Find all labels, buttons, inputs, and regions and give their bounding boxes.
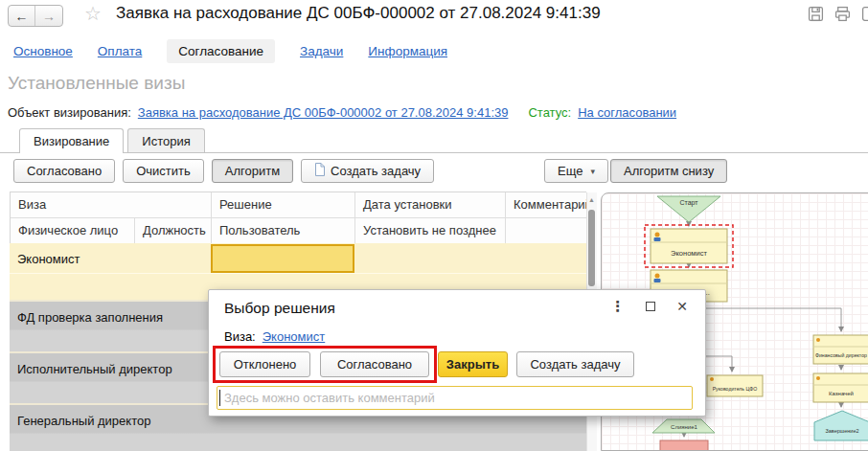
svg-text:Экономист: Экономист <box>671 249 707 258</box>
person-icon <box>710 377 714 381</box>
dialog-maximize-icon[interactable] <box>646 302 655 311</box>
print-icon[interactable] <box>834 6 851 22</box>
section-nav: Основное Оплата Согласование Задачи Инфо… <box>13 38 447 63</box>
algorithm-below-button[interactable]: Алгоритм снизу <box>610 159 727 183</box>
col-user: Пользователь <box>212 218 355 244</box>
flow-node-treasurer[interactable]: Казначей <box>813 373 868 402</box>
flow-node-merge[interactable]: Слияние1 <box>652 419 715 433</box>
scrollbar-thumb[interactable] <box>588 210 595 286</box>
svg-text:Слияние1: Слияние1 <box>671 424 697 430</box>
decision-dialog: Выбор решения ⋮ ✕ Виза: Экономист Отклон… <box>208 289 706 417</box>
svg-text:Завершение2: Завершение2 <box>825 428 858 434</box>
nav-item-osnovnoe[interactable]: Основное <box>13 44 73 58</box>
favorite-star-icon[interactable]: ☆ <box>84 2 102 25</box>
text-caret <box>219 390 220 406</box>
tab-istoriya[interactable]: История <box>127 128 204 152</box>
nav-item-zadachi[interactable]: Задачи <box>300 44 343 58</box>
flow-node-economist[interactable]: Экономист <box>651 229 727 263</box>
dialog-visa-link[interactable]: Экономист <box>263 329 325 344</box>
dialog-title: Выбор решения <box>224 300 335 317</box>
decision-cell-selected[interactable] <box>211 244 354 273</box>
close-button[interactable]: Закрыть <box>438 351 508 377</box>
chevron-down-icon: ▾ <box>590 167 595 176</box>
col-set-no-later: Установить не позднее <box>355 218 506 244</box>
more-label: Еще <box>558 164 582 178</box>
new-document-icon <box>314 163 325 179</box>
svg-text:Финансовый директор: Финансовый директор <box>815 352 867 358</box>
tab-divider <box>0 152 868 153</box>
nav-item-informaciya[interactable]: Информация <box>368 44 447 58</box>
more-button[interactable]: Еще ▾ <box>544 159 608 183</box>
svg-text:Казначей: Казначей <box>829 391 854 396</box>
tab-strip: Визирование История <box>19 128 209 152</box>
dialog-visa-label: Виза: <box>224 329 256 344</box>
person-icon <box>654 237 661 241</box>
scrollbar-up-icon[interactable]: ▲ <box>588 196 595 203</box>
approve-button[interactable]: Согласовано <box>13 159 115 183</box>
approve-button[interactable]: Согласовано <box>320 351 429 377</box>
col-visa: Виза <box>11 192 212 218</box>
object-link[interactable]: Заявка на расходование ДС 00БФ-000002 от… <box>138 105 509 120</box>
flow-node-start[interactable]: Старт <box>657 196 720 222</box>
svg-text:Руководитель ЦФО: Руководитель ЦФО <box>713 386 758 392</box>
col-empty <box>506 218 587 244</box>
algorithm-button[interactable]: Алгоритм <box>212 159 293 183</box>
row-subdivider <box>10 273 586 274</box>
reject-button[interactable]: Отклонено <box>219 351 310 377</box>
object-line: Объект визирования: Заявка на расходован… <box>8 105 676 120</box>
person-icon <box>816 338 820 342</box>
person-icon <box>816 376 820 380</box>
dialog-menu-icon[interactable]: ⋮ <box>610 299 625 313</box>
flow-node-finish[interactable]: Завершение2 <box>814 411 868 440</box>
svg-text:Старт: Старт <box>679 199 698 207</box>
col-decision: Решение <box>212 192 355 218</box>
person-icon <box>655 233 660 237</box>
col-position: Должность <box>135 218 212 244</box>
create-task-label: Создать задачу <box>331 164 421 178</box>
col-date-set: Дата установки <box>355 192 506 218</box>
col-person: Физическое лицо <box>11 218 135 244</box>
status-label: Статус: <box>528 105 571 120</box>
clear-button[interactable]: Очистить <box>123 159 204 183</box>
person-icon <box>655 274 660 279</box>
save-icon[interactable] <box>808 6 824 22</box>
document-icon[interactable] <box>861 6 868 22</box>
create-task-button[interactable]: Создать задачу <box>301 159 434 183</box>
forward-icon[interactable]: → <box>35 6 62 26</box>
flow-node-cfo-head[interactable]: Руководитель ЦФО <box>707 375 763 396</box>
visa-toolbar: Согласовано Очистить Алгоритм Создать за… <box>13 159 434 183</box>
person-icon <box>654 279 661 282</box>
section-title: Установленные визы <box>8 73 185 94</box>
nav-item-oplata[interactable]: Оплата <box>98 44 142 58</box>
back-icon[interactable]: ← <box>9 6 35 26</box>
nav-item-soglasovanie[interactable]: Согласование <box>167 39 275 63</box>
history-nav-group: ← → <box>8 5 63 27</box>
tab-vizirovanie[interactable]: Визирование <box>19 128 124 153</box>
flow-node-fin-director[interactable]: Финансовый директор <box>813 335 868 364</box>
dialog-close-icon[interactable]: ✕ <box>676 300 688 313</box>
page-title: Заявка на расходование ДС 00БФ-000002 от… <box>116 4 601 23</box>
comment-input[interactable] <box>217 386 693 410</box>
status-link[interactable]: На согласовании <box>578 105 676 120</box>
dialog-create-task-button[interactable]: Создать задачу <box>516 351 634 377</box>
flow-node-rejected[interactable] <box>660 440 708 451</box>
visa-table-header: Виза Решение Дата установки Комментарий … <box>10 192 586 244</box>
col-comment: Комментарий <box>506 192 587 218</box>
object-label: Объект визирования: <box>8 105 131 120</box>
